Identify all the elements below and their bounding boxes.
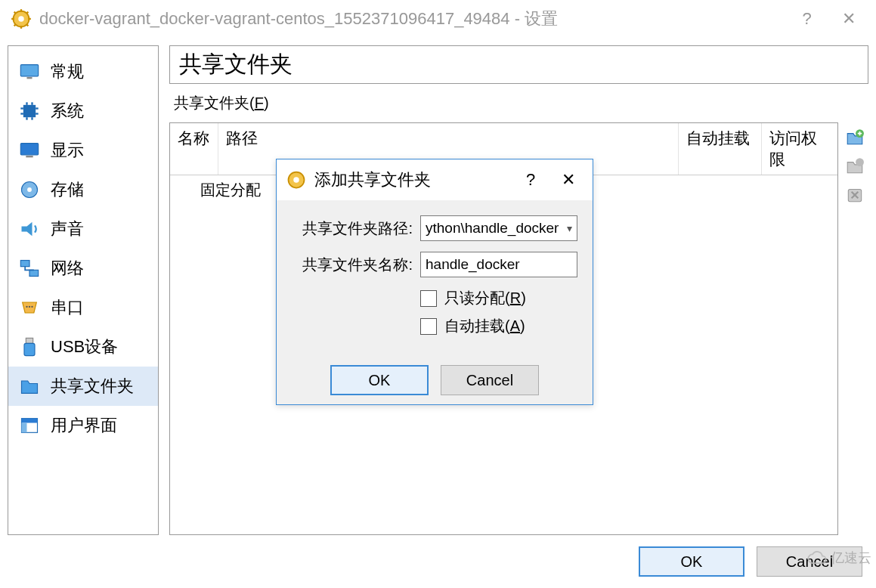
settings-sidebar: 常规 系统 显示 存储 声音 网络 串口 USB设备 — [8, 45, 159, 535]
col-name[interactable]: 名称 — [170, 123, 218, 175]
svg-rect-36 — [22, 423, 27, 433]
automount-label: 自动挂载(A) — [444, 316, 525, 336]
gear-icon — [286, 169, 307, 190]
path-label: 共享文件夹路径: — [292, 218, 413, 239]
speaker-icon — [17, 217, 42, 241]
window-title: docker-vagrant_docker-vagrant-centos_155… — [39, 8, 782, 30]
disk-icon — [17, 178, 42, 202]
svg-point-45 — [293, 177, 299, 182]
usb-icon — [17, 335, 42, 359]
help-button[interactable]: ? — [790, 9, 824, 29]
gear-icon — [11, 8, 32, 29]
svg-rect-10 — [20, 65, 38, 76]
display-icon — [17, 138, 42, 162]
svg-rect-35 — [22, 419, 38, 423]
sidebar-item-label: 存储 — [51, 178, 84, 201]
layout-icon — [17, 413, 42, 438]
svg-rect-33 — [24, 343, 35, 355]
sidebar-item-label: 声音 — [51, 218, 84, 240]
panel-title: 共享文件夹 — [169, 45, 868, 84]
svg-marker-25 — [22, 222, 33, 237]
modal-title: 添加共享文件夹 — [314, 169, 508, 191]
sidebar-item-label: USB设备 — [51, 336, 118, 358]
edit-folder-button[interactable] — [843, 154, 867, 178]
svg-rect-12 — [23, 105, 36, 117]
sidebar-item-serial[interactable]: 串口 — [8, 288, 158, 327]
modal-cancel-button[interactable]: Cancel — [441, 365, 539, 395]
readonly-checkbox[interactable] — [420, 290, 437, 307]
readonly-checkbox-row[interactable]: 只读分配(R) — [420, 288, 577, 308]
svg-line-8 — [14, 24, 16, 26]
svg-point-29 — [26, 306, 27, 308]
svg-rect-27 — [29, 270, 39, 276]
sidebar-item-audio[interactable]: 声音 — [8, 209, 158, 249]
watermark: 亿速云 — [806, 547, 871, 568]
folder-icon — [17, 374, 42, 398]
network-icon — [17, 256, 42, 280]
svg-point-24 — [27, 187, 32, 192]
sidebar-item-system[interactable]: 系统 — [8, 91, 158, 131]
serial-icon — [17, 296, 42, 320]
remove-folder-button[interactable] — [843, 183, 867, 207]
sidebar-item-display[interactable]: 显示 — [8, 131, 158, 170]
close-button[interactable]: ✕ — [831, 9, 865, 29]
sidebar-item-label: 共享文件夹 — [51, 375, 134, 398]
sidebar-item-label: 常规 — [51, 60, 84, 83]
svg-rect-21 — [20, 144, 38, 155]
col-access[interactable]: 访问权限 — [762, 123, 837, 175]
name-input[interactable]: handle_docker — [420, 252, 577, 277]
svg-point-1 — [18, 16, 23, 21]
folders-toolbar — [841, 122, 868, 535]
sidebar-item-ui[interactable]: 用户界面 — [8, 406, 158, 445]
col-automount[interactable]: 自动挂载 — [679, 123, 762, 175]
svg-line-9 — [26, 12, 28, 14]
svg-rect-22 — [26, 156, 33, 157]
readonly-label: 只读分配(R) — [444, 288, 526, 308]
add-share-dialog: 添加共享文件夹 ? ✕ 共享文件夹路径: ython\handle_docker… — [276, 159, 593, 405]
svg-line-7 — [26, 24, 28, 26]
sidebar-item-label: 显示 — [51, 139, 84, 162]
automount-checkbox-row[interactable]: 自动挂载(A) — [420, 316, 577, 336]
dialog-footer: OK Cancel — [0, 535, 876, 588]
ok-button[interactable]: OK — [639, 546, 744, 577]
sidebar-item-label: 串口 — [51, 296, 84, 319]
sidebar-item-label: 用户界面 — [51, 414, 117, 437]
monitor-icon — [17, 60, 42, 84]
path-dropdown[interactable]: ython\handle_docker ▾ — [420, 215, 577, 241]
sidebar-item-label: 系统 — [51, 100, 84, 122]
modal-ok-button[interactable]: OK — [330, 365, 429, 395]
svg-rect-11 — [27, 77, 33, 79]
modal-help-button[interactable]: ? — [515, 170, 546, 190]
sidebar-item-network[interactable]: 网络 — [8, 249, 158, 288]
svg-point-40 — [856, 158, 864, 166]
chip-icon — [17, 99, 42, 123]
sidebar-item-usb[interactable]: USB设备 — [8, 327, 158, 367]
modal-close-button[interactable]: ✕ — [553, 170, 583, 190]
automount-checkbox[interactable] — [420, 318, 437, 335]
svg-rect-26 — [20, 261, 29, 267]
add-folder-button[interactable] — [843, 125, 867, 150]
svg-point-30 — [29, 306, 30, 308]
svg-point-31 — [31, 306, 33, 308]
sidebar-item-storage[interactable]: 存储 — [8, 170, 158, 209]
sidebar-item-shared-folders[interactable]: 共享文件夹 — [8, 367, 158, 406]
svg-rect-32 — [26, 338, 33, 343]
name-label: 共享文件夹名称: — [292, 255, 413, 275]
folders-list-label: 共享文件夹(F) — [169, 93, 868, 113]
window-titlebar: docker-vagrant_docker-vagrant-centos_155… — [0, 0, 876, 38]
svg-line-6 — [14, 12, 16, 14]
sidebar-item-label: 网络 — [51, 257, 84, 280]
chevron-down-icon: ▾ — [567, 222, 572, 234]
modal-titlebar: 添加共享文件夹 ? ✕ — [277, 159, 593, 200]
sidebar-item-general[interactable]: 常规 — [8, 52, 158, 91]
